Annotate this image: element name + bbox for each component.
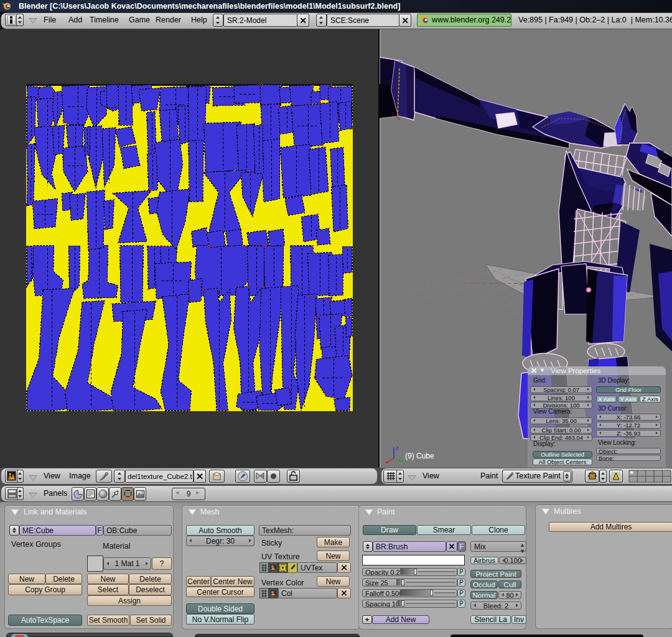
svg-text:y: y	[403, 461, 406, 467]
svg-text:(9) Cube: (9) Cube	[405, 452, 434, 460]
svg-text:z: z	[396, 445, 399, 451]
